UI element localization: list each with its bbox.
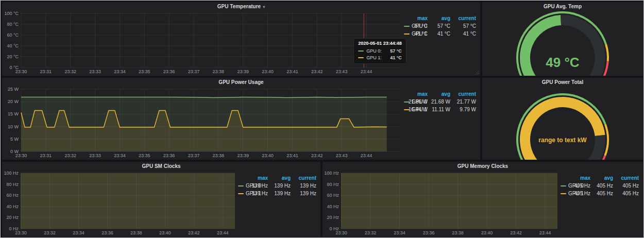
legend-row: GPU 1405 Hz405 Hz405 Hz (561, 190, 639, 197)
x-axis-tick-label: 23:41 (286, 69, 298, 74)
time-series-plot-gpu-temperature[interactable]: 0 °C20 °C40 °C60 °C80 °C100 °C23:3023:31… (2, 11, 404, 76)
legend-table-gpu-sm-clocks: maxavgcurrentGPU 0139 Hz139 Hz139 HzGPU … (238, 171, 320, 237)
legend-stat-max: 405 Hz (567, 183, 590, 189)
legend-stat-avg: 57 °C (428, 23, 450, 29)
x-axis-tick-label: 23:38 (130, 230, 142, 235)
legend-row: GPU 0405 Hz405 Hz405 Hz (561, 182, 639, 190)
gauge-value-text: 49 °C (482, 55, 643, 71)
x-axis-tick-label: 23:35 (139, 69, 150, 74)
x-axis-tick-label: 23:34 (394, 230, 405, 235)
tooltip-series-name: GPU 0: (366, 48, 382, 54)
panel-title-gpu-sm-clocks[interactable]: GPU SM Clocks (2, 162, 320, 171)
legend-stat-max: 41 °C (404, 31, 428, 37)
panel-title-text: GPU Avg. Temp (544, 4, 582, 9)
tooltip-series-row: GPU 0:57 °C (358, 47, 402, 54)
legend-header-current[interactable]: current (613, 175, 639, 181)
legend-header-max[interactable]: max (567, 175, 590, 181)
chart-canvas: 0 Hz20 Hz40 Hz60 Hz80 Hz100 Hz23:3023:32… (2, 171, 238, 237)
legend-header-max[interactable]: max (404, 91, 428, 97)
legend-header-current[interactable]: current (450, 15, 476, 21)
chevron-down-icon: ▾ (263, 5, 265, 9)
time-series-plot-gpu-power-usage[interactable]: 0 W5 W10 W15 W20 W25 W23:3023:3123:3223:… (2, 87, 404, 160)
legend-table-gpu-power-usage: maxavgcurrentGPU 021.86 W21.68 W21.77 WG… (404, 87, 480, 160)
legend-header-avg[interactable]: avg (268, 175, 291, 181)
legend-header-max[interactable]: max (244, 175, 268, 181)
tooltip-series-value: 41 °C (385, 55, 402, 60)
legend-header-max[interactable]: max (404, 15, 428, 21)
series-area (21, 173, 235, 229)
y-axis-tick-label: 60 Hz (6, 193, 19, 198)
panel-title-gpu-temperature[interactable]: GPU Temperature▾ (2, 2, 480, 11)
legend-header-current[interactable]: current (291, 175, 316, 181)
x-axis-tick-label: 23:35 (139, 153, 150, 158)
y-axis-tick-label: 100 Hz (4, 171, 19, 176)
panel-title-text: GPU Temperature (217, 4, 261, 9)
legend-stat-current: 57 °C (450, 23, 476, 29)
panel-title-gpu-power-total[interactable]: GPU Power Total (482, 78, 643, 87)
legend-header-current[interactable]: current (450, 91, 476, 97)
legend-stat-current: 405 Hz (613, 191, 639, 196)
legend-stat-max: 16.44 W (404, 107, 428, 112)
y-axis-tick-label: 40 Hz (327, 204, 339, 209)
legend-header-avg[interactable]: avg (428, 91, 450, 97)
legend-stat-avg: 405 Hz (590, 191, 613, 196)
x-axis-tick-label: 23:34 (114, 153, 126, 158)
series-color-dash (358, 50, 364, 52)
x-axis-tick-label: 23:36 (163, 153, 175, 158)
panel-title-gpu-memory-clocks[interactable]: GPU Memory Clocks (323, 162, 643, 171)
y-axis-tick-label: 80 °C (7, 22, 19, 27)
chart-canvas: 0 Hz20 Hz40 Hz60 Hz80 Hz100 Hz23:3023:32… (323, 171, 561, 237)
time-series-plot-gpu-memory-clocks[interactable]: 0 Hz20 Hz40 Hz60 Hz80 Hz100 Hz23:3023:32… (323, 171, 561, 237)
x-axis-tick-label: 23:38 (213, 153, 225, 158)
legend-stat-current: 9.79 W (450, 107, 476, 112)
legend-series-name[interactable]: GPU 1 (561, 191, 567, 196)
x-axis-tick-label: 23:32 (64, 153, 76, 158)
time-series-plot-gpu-sm-clocks[interactable]: 0 Hz20 Hz40 Hz60 Hz80 Hz100 Hz23:3023:32… (2, 171, 238, 237)
x-axis-tick-label: 23:36 (163, 69, 175, 74)
panel-title-gpu-power-usage[interactable]: GPU Power Usage (2, 78, 480, 87)
x-axis-tick-label: 23:32 (365, 230, 377, 235)
x-axis-tick-label: 23:37 (188, 69, 200, 74)
legend-stat-current: 139 Hz (291, 183, 316, 189)
x-axis-tick-label: 23:33 (89, 69, 101, 74)
x-axis-tick-label: 23:40 (159, 230, 171, 235)
panel-gpu-sm-clocks: GPU SM Clocks 0 Hz20 Hz40 Hz60 Hz80 Hz10… (2, 162, 320, 237)
legend-stat-avg: 21.68 W (428, 99, 450, 105)
x-axis-tick-label: 23:30 (335, 230, 347, 235)
x-axis-tick-label: 23:38 (452, 230, 464, 235)
legend-row: GPU 1139 Hz139 Hz139 Hz (238, 190, 316, 197)
legend-header-avg[interactable]: avg (428, 15, 450, 21)
legend-header-row: maxavgcurrent (404, 90, 476, 98)
gauge-gpu-power-total (482, 87, 643, 160)
legend-series-name[interactable]: GPU 0 (238, 183, 244, 189)
legend-series-name[interactable]: GPU 1 (238, 191, 244, 196)
series-color-dash (238, 185, 244, 186)
panel-gpu-memory-clocks: GPU Memory Clocks 0 Hz20 Hz40 Hz60 Hz80 … (323, 162, 643, 237)
y-axis-tick-label: 60 Hz (327, 193, 339, 198)
x-axis-tick-label: 23:37 (188, 153, 200, 158)
y-axis-tick-label: 80 Hz (6, 182, 19, 187)
panel-gpu-avg-temp: GPU Avg. Temp 49 °C (482, 2, 643, 76)
x-axis-tick-label: 23:40 (262, 153, 274, 158)
y-axis-tick-label: 100 °C (4, 11, 19, 16)
panel-gpu-temperature: GPU Temperature▾ 0 °C20 °C40 °C60 °C80 °… (2, 2, 480, 76)
x-axis-tick-label: 23:41 (286, 153, 298, 158)
chart-canvas: 0 W5 W10 W15 W20 W25 W23:3023:3123:3223:… (2, 87, 404, 160)
x-axis-tick-label: 23:39 (237, 69, 249, 74)
x-axis-tick-label: 23:40 (481, 230, 493, 235)
tooltip-timestamp: 2020-05-01 23:44:48 (358, 41, 402, 46)
legend-stat-max: 139 Hz (244, 191, 268, 196)
legend-header-row: maxavgcurrent (561, 174, 639, 182)
series-color-dash (238, 193, 244, 194)
panel-title-text: GPU Memory Clocks (457, 163, 508, 169)
series-area (341, 173, 557, 229)
legend-series-name[interactable]: GPU 0 (561, 183, 567, 189)
legend-header-row: maxavgcurrent (238, 174, 316, 182)
grafana-dashboard: GPU Temperature▾ 0 °C20 °C40 °C60 °C80 °… (0, 0, 644, 238)
legend-stat-max: 139 Hz (244, 183, 268, 189)
panel-title-gpu-avg-temp[interactable]: GPU Avg. Temp (482, 2, 643, 11)
panel-title-text: GPU Power Total (542, 79, 583, 85)
x-axis-tick-label: 23:44 (361, 153, 372, 158)
x-axis-tick-label: 23:42 (311, 69, 323, 74)
legend-header-avg[interactable]: avg (590, 175, 613, 181)
